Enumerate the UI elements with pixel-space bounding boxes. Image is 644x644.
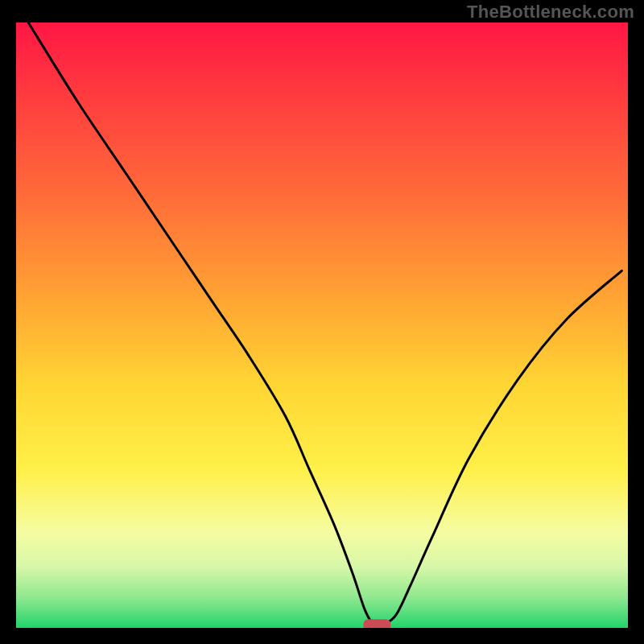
watermark-text: TheBottleneck.com bbox=[467, 2, 634, 23]
plot-area bbox=[16, 23, 628, 628]
optimal-marker bbox=[363, 619, 390, 628]
chart-svg bbox=[16, 23, 628, 628]
gradient-background bbox=[16, 23, 628, 628]
chart-frame: TheBottleneck.com bbox=[0, 0, 644, 644]
